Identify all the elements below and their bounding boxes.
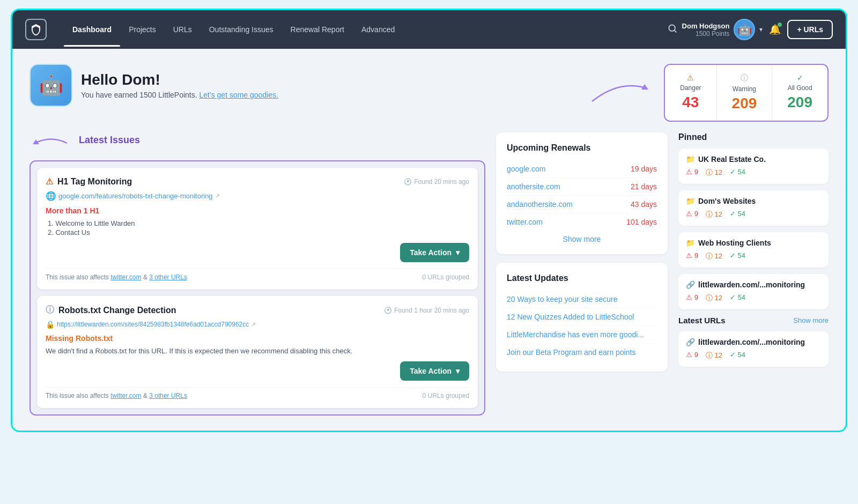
renewals-card: Upcoming Renewals google.com 19 days ano… <box>496 132 668 254</box>
renewal-domain-4[interactable]: twitter.com <box>507 218 543 226</box>
issue-url-2[interactable]: 🔒 https://littlewarden.com/sites/8425983… <box>46 320 469 329</box>
stat-danger: ⚠ Danger 43 <box>665 65 716 121</box>
action-chevron-icon-2: ▾ <box>456 367 460 375</box>
renewal-days-3: 43 days <box>631 200 657 209</box>
renewals-show-more[interactable]: Show more <box>507 231 657 243</box>
affects-link1[interactable]: twitter.com <box>110 273 141 281</box>
danger-value: 43 <box>680 94 701 111</box>
latest-issues-title: Latest Issues <box>79 135 140 146</box>
link-icon-1: 🔗 <box>686 280 695 289</box>
pinned-stats-4: ⚠ 9 ⓘ 12 ✓ 54 <box>686 293 821 303</box>
pinned-name-2: 📁 Dom's Websites <box>686 197 821 205</box>
latest-url-stats-1: ⚠ 9 ⓘ 12 ✓ 54 <box>686 351 821 360</box>
folder-icon-1: 📁 <box>686 155 695 164</box>
littlewarden-icon: 🔒 <box>46 320 55 329</box>
stats-box: ⚠ Danger 43 ⓘ Warning 209 ✓ All Good 209 <box>664 64 829 122</box>
pinned-danger-3: ⚠ 9 <box>686 251 698 261</box>
external-link-icon: ↗ <box>215 192 220 199</box>
issues-wrapper: ⚠ H1 Tag Monitoring 🕐 Found 20 mins ago … <box>29 160 485 416</box>
user-avatar: 🤖 <box>29 64 72 107</box>
update-item-3[interactable]: LittleMerchandise has even more goodi... <box>507 326 657 344</box>
good-icon: ✓ <box>787 73 812 82</box>
latest-url-danger-1: ⚠ 9 <box>686 351 698 360</box>
nav-advanced[interactable]: Advanced <box>353 12 403 47</box>
pinned-stats-2: ⚠ 9 ⓘ 12 ✓ 54 <box>686 210 821 219</box>
danger-icon: ⚠ <box>680 73 701 82</box>
renewal-item-2: anothersite.com 21 days <box>507 178 657 196</box>
latest-url-good-1: ✓ 54 <box>730 351 745 360</box>
renewal-domain-3[interactable]: andanothersite.com <box>507 200 573 209</box>
issue-footer-2: This issue also affects twitter.com & 3 … <box>46 387 469 399</box>
add-urls-button[interactable]: + URLs <box>787 20 833 39</box>
renewal-domain-2[interactable]: anothersite.com <box>507 182 560 191</box>
issue-problem-2: Missing Robots.txt <box>46 334 469 343</box>
nav-renewal-report[interactable]: Renewal Report <box>282 12 353 47</box>
update-item-1[interactable]: 20 Ways to keep your site secure <box>507 291 657 308</box>
pinned-good-4: ✓ 54 <box>730 293 745 303</box>
nav-dashboard[interactable]: Dashboard <box>64 12 120 47</box>
pinned-title: Pinned <box>678 132 829 142</box>
latest-url-warning-1: ⓘ 12 <box>706 351 722 360</box>
issue-grouped-2: 0 URLs grouped <box>423 392 469 399</box>
list-item: 1. Welcome to Little Warden <box>48 219 469 227</box>
nav-urls[interactable]: URLs <box>165 12 201 47</box>
warning-icon: ⓘ <box>732 73 757 83</box>
issues-arrow <box>29 132 72 154</box>
notifications-icon[interactable]: 🔔 <box>769 24 781 35</box>
stat-warning: ⓘ Warning 209 <box>717 65 773 121</box>
avatar-illustration: 🤖 <box>31 65 71 106</box>
issue-grouped: 0 URLs grouped <box>423 273 469 281</box>
issue-url[interactable]: 🌐 google.com/features/robots-txt-change-… <box>46 191 469 201</box>
nav-avatar[interactable]: 🤖 <box>734 19 755 40</box>
pinned-stats-3: ⚠ 9 ⓘ 12 ✓ 54 <box>686 251 821 261</box>
link-icon-2: 🔗 <box>686 338 695 346</box>
warning-value: 209 <box>732 95 757 112</box>
take-action-button-1[interactable]: Take Action ▾ <box>400 243 469 262</box>
update-item-4[interactable]: Join our Beta Program and earn points <box>507 344 657 361</box>
nav-user: Dom Hodgson 1500 Points 🤖 ▾ <box>682 19 763 40</box>
search-icon[interactable] <box>663 19 682 40</box>
pinned-warning-4: ⓘ 12 <box>706 293 722 303</box>
folder-icon-3: 📁 <box>686 239 695 247</box>
issue-problem: More than 1 H1 <box>46 206 469 215</box>
affects-link2[interactable]: 3 other URLs <box>149 273 187 281</box>
pinned-warning-2: ⓘ 12 <box>706 210 722 219</box>
header-greeting: 🤖 Hello Dom! You have earned 1500 Little… <box>29 64 574 107</box>
affects-link2-2[interactable]: 3 other URLs <box>149 392 187 399</box>
nav-right: Dom Hodgson 1500 Points 🤖 ▾ 🔔 + URLs <box>682 19 833 40</box>
issue-affects: This issue also affects twitter.com & 3 … <box>46 273 187 281</box>
pinned-warning-3: ⓘ 12 <box>706 251 722 261</box>
affects-link1-2[interactable]: twitter.com <box>110 392 141 399</box>
renewal-item-1: google.com 19 days <box>507 160 657 178</box>
pinned-item-4: 🔗 littlewarden.com/...monitoring ⚠ 9 ⓘ 1… <box>678 274 829 309</box>
take-action-button-2[interactable]: Take Action ▾ <box>400 361 469 381</box>
renewal-list: google.com 19 days anothersite.com 21 da… <box>507 160 657 231</box>
clock-icon: 🕐 <box>404 178 412 186</box>
issue-affects-2: This issue also affects twitter.com & 3 … <box>46 392 187 399</box>
pinned-item-2: 📁 Dom's Websites ⚠ 9 ⓘ 12 ✓ 54 <box>678 190 829 226</box>
user-menu-chevron-icon[interactable]: ▾ <box>759 26 763 33</box>
update-item-2[interactable]: 12 New Quizzes Added to LittleSchool <box>507 308 657 326</box>
renewal-domain-1[interactable]: google.com <box>507 165 545 173</box>
goodies-link[interactable]: Let's get some goodies. <box>199 91 278 99</box>
issue-card-header: ⚠ H1 Tag Monitoring 🕐 Found 20 mins ago <box>46 176 469 187</box>
renewal-days-1: 19 days <box>631 165 657 173</box>
folder-icon-2: 📁 <box>686 197 695 205</box>
navbar: Dashboard Projects URLs Outstanding Issu… <box>12 10 846 49</box>
app-logo[interactable] <box>25 19 47 40</box>
pinned-item-1: 📁 UK Real Estate Co. ⚠ 9 ⓘ 12 ✓ 54 <box>678 149 829 184</box>
latest-urls-header: Latest URLs Show more <box>678 316 829 325</box>
latest-url-name-1: 🔗 littlewarden.com/...monitoring <box>686 338 821 346</box>
nav-outstanding-issues[interactable]: Outstanding Issues <box>201 12 282 47</box>
issue-action-row: Take Action ▾ <box>46 243 469 262</box>
header-text: Hello Dom! You have earned 1500 LittlePo… <box>81 71 278 99</box>
issue-description: We didn't find a Robots.txt for this URL… <box>46 347 469 355</box>
issue-footer: This issue also affects twitter.com & 3 … <box>46 269 469 281</box>
pinned-danger-1: ⚠ 9 <box>686 168 698 177</box>
issue-title: ⚠ H1 Tag Monitoring <box>46 176 132 187</box>
nav-projects[interactable]: Projects <box>120 12 165 47</box>
latest-urls-show-more[interactable]: Show more <box>793 316 829 324</box>
pinned-name-1: 📁 UK Real Estate Co. <box>686 155 821 164</box>
clock-icon-2: 🕐 <box>384 307 392 314</box>
nav-user-name: Dom Hodgson <box>682 22 730 30</box>
